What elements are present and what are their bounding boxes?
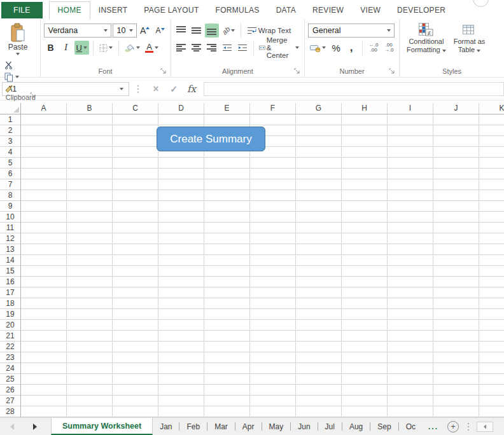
- ribbon-tab-data[interactable]: DATA: [268, 2, 304, 19]
- row-header-21[interactable]: 21: [0, 331, 20, 342]
- sheet-tab-sep[interactable]: Sep: [370, 418, 398, 435]
- row-header-12[interactable]: 12: [0, 233, 20, 244]
- font-size-combo[interactable]: 10: [113, 24, 137, 38]
- create-summary-button[interactable]: Create Summary: [157, 127, 265, 151]
- percent-style-button[interactable]: %: [329, 41, 343, 55]
- conditional-formatting-dropdown-arrow[interactable]: [442, 50, 446, 52]
- copy-button[interactable]: [4, 72, 37, 81]
- clipboard-dialog-launcher[interactable]: [30, 92, 36, 99]
- column-header-h[interactable]: H: [342, 103, 388, 114]
- row-header-10[interactable]: 10: [0, 212, 20, 223]
- row-header-3[interactable]: 3: [0, 136, 20, 147]
- paste-dropdown-arrow[interactable]: [16, 53, 20, 55]
- column-header-j[interactable]: J: [433, 103, 479, 114]
- cells-area[interactable]: [21, 114, 504, 417]
- sheet-tab-mar[interactable]: Mar: [207, 418, 235, 435]
- row-header-24[interactable]: 24: [0, 363, 20, 374]
- bold-button[interactable]: B: [44, 41, 58, 55]
- cancel-button[interactable]: ×: [147, 83, 165, 95]
- row-header-26[interactable]: 26: [0, 385, 20, 396]
- wrap-text-button[interactable]: Wrap Text: [245, 24, 293, 38]
- format-as-table-dropdown-arrow[interactable]: [477, 50, 480, 52]
- column-header-g[interactable]: G: [296, 103, 342, 114]
- column-header-c[interactable]: C: [113, 103, 158, 114]
- row-header-6[interactable]: 6: [0, 169, 20, 179]
- align-right-button[interactable]: [205, 41, 219, 55]
- conditional-formatting-button[interactable]: ≠ Conditional Formatting: [403, 22, 450, 66]
- cut-button[interactable]: [4, 60, 37, 69]
- enter-button[interactable]: ✓: [165, 84, 183, 94]
- font-dialog-launcher[interactable]: [160, 68, 167, 74]
- select-all-corner[interactable]: [0, 103, 21, 114]
- align-center-button[interactable]: [190, 41, 204, 55]
- row-header-13[interactable]: 13: [0, 244, 20, 255]
- ribbon-tab-view[interactable]: VIEW: [352, 2, 389, 19]
- ribbon-tab-home[interactable]: HOME: [49, 1, 90, 19]
- horizontal-scrollbar-stub[interactable]: [477, 422, 493, 432]
- number-format-combo[interactable]: General: [308, 24, 395, 38]
- middle-align-button[interactable]: [190, 24, 204, 38]
- sheet-tab-summary-worksheet[interactable]: Summary Worksheet: [51, 418, 153, 435]
- row-header-18[interactable]: 18: [0, 298, 20, 309]
- sheet-tab-aug[interactable]: Aug: [342, 418, 370, 435]
- row-header-4[interactable]: 4: [0, 147, 20, 158]
- top-align-button[interactable]: [174, 24, 188, 38]
- row-header-7[interactable]: 7: [0, 179, 20, 190]
- increase-decimal-button[interactable]: ←.0 .00: [367, 41, 381, 55]
- font-color-button[interactable]: A: [143, 41, 160, 55]
- sheet-tab-jul[interactable]: Jul: [318, 418, 342, 435]
- ribbon-tab-page-layout[interactable]: PAGE LAYOUT: [136, 2, 207, 19]
- row-header-14[interactable]: 14: [0, 255, 20, 266]
- italic-button[interactable]: I: [59, 41, 73, 55]
- row-header-25[interactable]: 25: [0, 374, 20, 385]
- sheet-tab-apr[interactable]: Apr: [235, 418, 262, 435]
- shrink-font-button[interactable]: A: [153, 24, 167, 38]
- sheet-tab-oc[interactable]: Oc: [399, 418, 423, 435]
- fill-color-dropdown-arrow[interactable]: [136, 46, 140, 49]
- align-left-button[interactable]: [174, 41, 188, 55]
- row-header-27[interactable]: 27: [0, 396, 20, 406]
- merge-center-dropdown-arrow[interactable]: [295, 46, 299, 49]
- font-name-combo[interactable]: Verdana: [44, 24, 111, 38]
- increase-indent-button[interactable]: [235, 41, 249, 55]
- column-header-e[interactable]: E: [204, 103, 250, 114]
- bottom-align-button[interactable]: [205, 24, 219, 38]
- column-header-a[interactable]: A: [21, 103, 67, 114]
- accounting-format-button[interactable]: [308, 41, 328, 55]
- borders-button[interactable]: [97, 41, 115, 55]
- fill-color-button[interactable]: [123, 41, 142, 55]
- row-header-17[interactable]: 17: [0, 287, 20, 298]
- merge-center-button[interactable]: Merge & Center: [257, 41, 301, 55]
- ribbon-tab-insert[interactable]: INSERT: [90, 2, 136, 19]
- name-box-dropdown-arrow[interactable]: [120, 88, 123, 90]
- alignment-dialog-launcher[interactable]: [294, 68, 300, 74]
- paste-button[interactable]: Paste: [4, 22, 31, 55]
- decrease-indent-button[interactable]: [220, 41, 234, 55]
- comma-style-button[interactable]: ,: [344, 41, 358, 55]
- sheet-overflow-indicator[interactable]: ...: [423, 418, 442, 435]
- underline-dropdown-arrow[interactable]: [83, 46, 87, 49]
- new-sheet-button[interactable]: +: [447, 421, 459, 432]
- orientation-button[interactable]: ab: [220, 24, 237, 38]
- row-header-22[interactable]: 22: [0, 342, 20, 352]
- sheet-tab-feb[interactable]: Feb: [179, 418, 207, 435]
- row-header-23[interactable]: 23: [0, 352, 20, 363]
- sheet-tab-jun[interactable]: Jun: [291, 418, 317, 435]
- row-header-28[interactable]: 28: [0, 406, 20, 417]
- insert-function-button[interactable]: fx: [183, 83, 200, 95]
- row-header-16[interactable]: 16: [0, 277, 20, 287]
- sheet-next-arrow-icon[interactable]: [33, 424, 37, 430]
- formula-input[interactable]: [204, 82, 504, 96]
- ribbon-tab-developer[interactable]: DEVELOPER: [389, 2, 454, 19]
- row-header-20[interactable]: 20: [0, 320, 20, 331]
- row-header-9[interactable]: 9: [0, 201, 20, 212]
- row-header-11[interactable]: 11: [0, 223, 20, 233]
- column-header-f[interactable]: F: [250, 103, 296, 114]
- row-header-5[interactable]: 5: [0, 158, 20, 169]
- format-as-table-button[interactable]: Format as Table: [450, 22, 489, 66]
- underline-button[interactable]: U: [74, 41, 89, 55]
- row-header-8[interactable]: 8: [0, 190, 20, 201]
- grow-font-button[interactable]: A: [138, 24, 152, 38]
- column-header-i[interactable]: I: [388, 103, 433, 114]
- accounting-dropdown-arrow[interactable]: [322, 46, 326, 49]
